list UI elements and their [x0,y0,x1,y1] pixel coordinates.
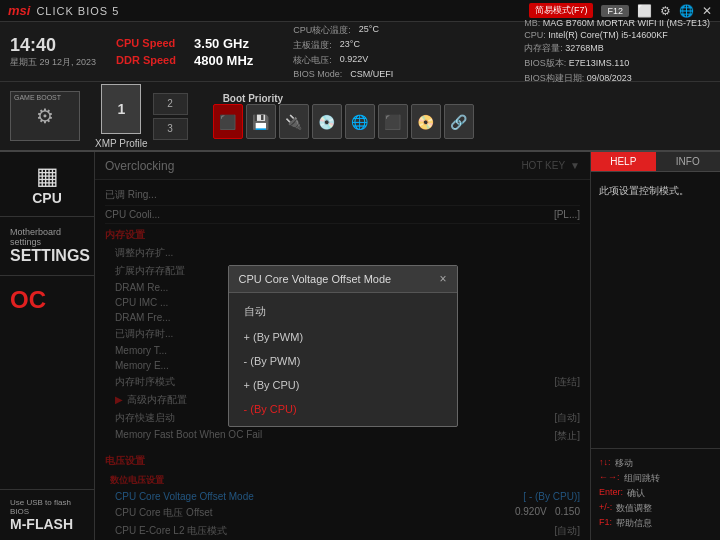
xmp-slot-2[interactable]: 2 [153,93,188,115]
xmp-slot-3-num: 3 [167,123,173,134]
f7-mode-button[interactable]: 简易模式(F7) [529,3,594,18]
modal-option-plus-cpu[interactable]: + (By CPU) [229,373,457,397]
nav-enter: Enter: 确认 [599,487,712,500]
net-icon: 🌐 [351,114,368,130]
modal-option-plus-cpu-label: + (By CPU) [244,379,300,391]
nav-f1-desc: 帮助信息 [616,517,652,530]
modal-body: 自动 + (By PWM) - (By PWM) + (By CPU) - (B… [229,293,457,426]
cpu-temp-row: CPU核心温度: 25°C [293,24,504,37]
boot-devices: ⬛ 💾 🔌 💿 🌐 ⬛ 📀 🔗 [213,104,474,139]
boot-device-3[interactable]: 🔌 [279,104,309,139]
boot-device-2[interactable]: 💾 [246,104,276,139]
cpu-temp-label: CPU核心温度: [293,24,351,37]
cpu-name-label: CPU: [524,30,546,40]
cpu-speed-label: CPU Speed [116,37,186,49]
core-voltage-label: 核心电压: [293,54,332,67]
boot-device-4[interactable]: 💿 [312,104,342,139]
tab-info-label: INFO [676,156,700,167]
mem-size-value: 32768MB [565,43,604,53]
xmp-area: 1 XMP Profile 2 3 [95,84,188,149]
mflash-label: M-FLASH [10,516,84,532]
f12-button[interactable]: F12 [601,5,629,17]
boot-priority-section: Boot Priority ⬛ 💾 🔌 💿 🌐 ⬛ 📀 [213,93,474,139]
help-content: 此项设置控制模式。 [591,172,720,448]
mflash-section[interactable]: Use USB to flash BIOS M-FLASH [0,489,94,540]
close-icon[interactable]: ✕ [702,4,712,18]
tab-help-label: HELP [610,156,636,167]
nav-enter-desc: 确认 [627,487,645,500]
cpu-section-label: CPU [10,190,84,206]
modal-option-plus-pwm[interactable]: + (By PWM) [229,325,457,349]
second-bar: 14:40 星期五 29 12月, 2023 CPU Speed 3.50 GH… [0,22,720,82]
boot-device-5[interactable]: 🌐 [345,104,375,139]
sys-info: CPU核心温度: 25°C 主板温度: 23°C 核心电压: 0.922V BI… [293,24,504,79]
nav-enter-key: Enter: [599,487,623,500]
center-content: Overclocking HOT KEY ▼ 已调 Ring... CPU Co… [95,152,590,540]
cpu-name-row: CPU: Intel(R) Core(TM) i5-14600KF [524,30,710,40]
cpu-temp-value: 25°C [359,24,379,37]
bios-mode-row: BIOS Mode: CSM/UEFI [293,69,504,79]
oc-label: OC [10,286,84,314]
cpu-name-value: Intel(R) Core(TM) i5-14600KF [548,30,668,40]
cpu-section[interactable]: ▦ CPU [0,152,94,217]
nav-hint: ↑↓: 移动 ←→: 组间跳转 Enter: 确认 +/-: 数值调整 F1: … [591,448,720,540]
clock-time: 14:40 [10,35,96,56]
nav-plusminus: +/-: 数值调整 [599,502,712,515]
bios-date-row: BIOS构建日期: 09/08/2023 [524,72,710,85]
mflash-small-label: Use USB to flash BIOS [10,498,84,516]
modal-overlay: CPU Core Voltage Offset Mode × 自动 + (By … [95,152,590,540]
mem-size-label: 内存容量: [524,43,563,53]
modal-title: CPU Core Voltage Offset Mode [239,273,392,285]
settings-small-label: Motherboard settings [10,227,84,247]
modal-option-minus-pwm[interactable]: - (By PWM) [229,349,457,373]
bios-ver-row: BIOS版本: E7E13IMS.110 [524,57,710,70]
ddr-speed-row: DDR Speed 4800 MHz [116,53,253,68]
logo-area: msi CLICK BIOS 5 [8,3,119,18]
game-boost[interactable]: GAME BOOST ⚙ [10,91,80,141]
clock-area: 14:40 星期五 29 12月, 2023 [10,35,96,69]
bios-mode-value: CSM/UEFI [350,69,393,79]
xmp-slot-1[interactable]: 1 [101,84,141,134]
main-area: ▦ CPU Motherboard settings SETTINGS OC U… [0,152,720,540]
usb2-icon: 🔌 [285,114,302,130]
hdd-icon: 💿 [318,114,335,130]
screenshot-icon[interactable]: ⬜ [637,4,652,18]
clock-date: 星期五 29 12月, 2023 [10,56,96,69]
ddr-speed-label: DDR Speed [116,54,186,66]
modal-option-minus-cpu-label: - (By CPU) [244,403,297,415]
modal-option-minus-cpu[interactable]: - (By CPU) [229,397,457,421]
disk-icon: 💾 [252,114,269,130]
tab-info[interactable]: INFO [656,152,721,171]
boot-device-1[interactable]: ⬛ [213,104,243,139]
xmp-slot-3[interactable]: 3 [153,118,188,140]
mb-temp-value: 23°C [340,39,360,52]
modal-option-plus-pwm-label: + (By PWM) [244,331,304,343]
boot-device-8[interactable]: 🔗 [444,104,474,139]
settings-label: SETTINGS [10,247,84,265]
msi-logo: msi [8,3,30,18]
right-panel: HELP INFO 此项设置控制模式。 ↑↓: 移动 ←→: 组间跳转 Ente… [590,152,720,540]
settings-section[interactable]: Motherboard settings SETTINGS [0,217,94,276]
tab-help[interactable]: HELP [591,152,656,171]
modal-option-auto[interactable]: 自动 [229,298,457,325]
ddr-speed-value: 4800 MHz [194,53,253,68]
nav-leftright: ←→: 组间跳转 [599,472,712,485]
modal-close-button[interactable]: × [439,272,446,286]
boot-device-6[interactable]: ⬛ [378,104,408,139]
ext-icon: 📀 [417,114,434,130]
top-right-controls: 简易模式(F7) F12 ⬜ ⚙ 🌐 ✕ [529,3,712,18]
modal-dialog: CPU Core Voltage Offset Mode × 自动 + (By … [228,265,458,427]
cpu-speed-row: CPU Speed 3.50 GHz [116,36,253,51]
boot-device-7[interactable]: 📀 [411,104,441,139]
settings-icon[interactable]: ⚙ [660,4,671,18]
bios-ver-value: E7E13IMS.110 [569,58,630,68]
speed-info: CPU Speed 3.50 GHz DDR Speed 4800 MHz [116,36,253,68]
cpu-chip-icon: ▦ [10,162,84,190]
nav-plusminus-key: +/-: [599,502,612,515]
oc-section[interactable]: OC [0,276,94,489]
language-icon[interactable]: 🌐 [679,4,694,18]
bios-date-label: BIOS构建日期: [524,73,584,83]
nav-f1: F1: 帮助信息 [599,517,712,530]
mb-name-row: MB: MAG B760M MORTAR WIFI II (MS-7E13) [524,18,710,28]
xmp-profile-label: XMP Profile [95,138,148,149]
